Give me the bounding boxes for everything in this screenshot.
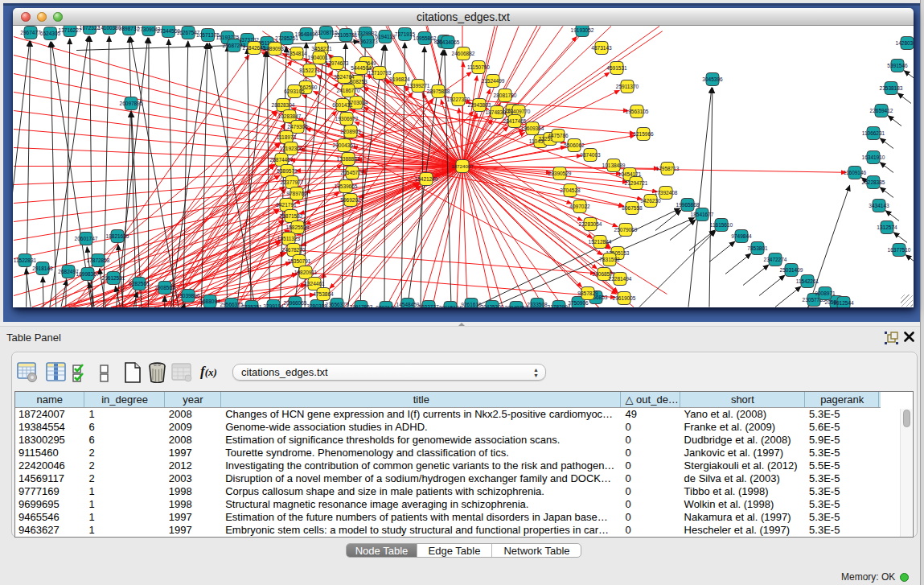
svg-text:12192300: 12192300: [280, 145, 303, 150]
svg-text:9196824: 9196824: [389, 76, 410, 81]
svg-text:6293105: 6293105: [284, 88, 305, 93]
svg-text:9874003: 9874003: [580, 151, 601, 157]
svg-text:20966065: 20966065: [284, 299, 307, 305]
svg-text:19609364: 19609364: [521, 125, 544, 130]
svg-text:23656373: 23656373: [326, 301, 349, 307]
svg-text:13716227: 13716227: [59, 27, 82, 32]
svg-text:29004361: 29004361: [333, 142, 356, 147]
svg-text:5506062: 5506062: [564, 142, 585, 147]
svg-text:3524764: 3524764: [334, 73, 355, 79]
svg-text:4873143: 4873143: [591, 44, 612, 50]
svg-text:3299194: 3299194: [263, 303, 284, 307]
svg-text:9749844: 9749844: [731, 233, 752, 238]
svg-text:5022727: 5022727: [418, 303, 439, 307]
svg-text:4097022: 4097022: [569, 203, 590, 208]
svg-text:4475786: 4475786: [548, 132, 569, 138]
svg-text:3750906: 3750906: [568, 299, 589, 305]
svg-text:5391546: 5391546: [887, 62, 908, 68]
svg-text:3434143: 3434143: [869, 202, 889, 208]
svg-text:14548459: 14548459: [396, 301, 420, 307]
svg-text:19965868: 19965868: [676, 201, 700, 207]
svg-text:17392408: 17392408: [655, 189, 678, 195]
svg-text:29566315: 29566315: [220, 301, 244, 307]
svg-text:5969202: 5969202: [340, 196, 361, 202]
svg-text:4591531: 4591531: [606, 64, 627, 70]
svg-text:12710793: 12710793: [368, 69, 392, 75]
svg-text:16377510: 16377510: [888, 246, 911, 252]
svg-text:20948752: 20948752: [505, 304, 528, 307]
svg-text:20425300: 20425300: [481, 303, 504, 307]
svg-text:9261616: 9261616: [461, 301, 482, 307]
svg-text:3280388: 3280388: [306, 303, 327, 307]
svg-text:15421249: 15421249: [415, 175, 438, 181]
svg-text:15212844: 15212844: [589, 238, 612, 244]
svg-text:24678270: 24678270: [282, 246, 306, 252]
svg-text:13388832: 13388832: [337, 155, 360, 161]
svg-text:19306972: 19306972: [335, 115, 359, 121]
svg-text:11542261: 11542261: [796, 278, 819, 283]
svg-text:9912544: 9912544: [833, 299, 854, 305]
svg-text:2908561: 2908561: [154, 284, 175, 290]
svg-text:15825539: 15825539: [286, 224, 310, 229]
svg-text:19193052: 19193052: [571, 27, 594, 32]
svg-text:21294721: 21294721: [625, 179, 648, 185]
svg-text:14280369: 14280369: [896, 39, 914, 45]
svg-text:15350791: 15350791: [288, 257, 311, 263]
svg-text:25031409: 25031409: [780, 266, 803, 272]
svg-text:8152271: 8152271: [299, 67, 320, 72]
svg-text:20434065: 20434065: [437, 39, 460, 44]
svg-text:7853801: 7853801: [747, 245, 768, 250]
svg-text:18724007: 18724007: [451, 163, 474, 168]
svg-text:18541677: 18541677: [691, 211, 714, 216]
svg-text:1118973: 1118973: [277, 134, 297, 139]
svg-text:24606882: 24606882: [452, 50, 475, 56]
svg-text:11609146: 11609146: [844, 169, 867, 175]
svg-text:22283054: 22283054: [579, 220, 602, 226]
svg-text:22943803: 22943803: [468, 101, 491, 107]
svg-text:20545777: 20545777: [341, 169, 364, 175]
svg-text:19890931: 19890931: [264, 45, 287, 51]
svg-text:4354814: 4354814: [286, 50, 307, 56]
svg-text:17958713: 17958713: [656, 165, 680, 171]
svg-text:25079069: 25079069: [614, 226, 638, 232]
svg-text:28417465: 28417465: [503, 117, 527, 123]
svg-text:1324461: 1324461: [304, 280, 325, 286]
svg-text:3458221: 3458221: [311, 45, 332, 51]
svg-text:26228385: 26228385: [862, 179, 885, 184]
svg-text:25871582: 25871582: [280, 212, 303, 218]
svg-text:23409770: 23409770: [507, 108, 531, 113]
svg-text:23472274: 23472274: [764, 256, 787, 262]
svg-text:1312574: 1312574: [877, 224, 897, 229]
svg-text:23538183: 23538183: [880, 84, 903, 90]
svg-text:22659412: 22659412: [870, 107, 893, 113]
svg-text:11522831: 11522831: [14, 257, 37, 262]
svg-text:10138489: 10138489: [602, 162, 626, 167]
svg-text:9426230: 9426230: [640, 197, 661, 203]
svg-text:10955862: 10955862: [413, 35, 437, 40]
svg-text:2962373: 2962373: [357, 38, 378, 43]
svg-text:16341910: 16341910: [862, 154, 885, 159]
svg-text:2918148: 2918148: [32, 265, 53, 270]
svg-text:2208903: 2208903: [340, 128, 361, 134]
svg-text:11615610: 11615610: [710, 221, 733, 227]
svg-text:9857829: 9857829: [577, 290, 598, 295]
svg-text:11066231: 11066231: [862, 130, 885, 135]
svg-text:6194119: 6194119: [376, 33, 396, 39]
svg-text:19563105: 19563105: [626, 108, 649, 113]
svg-text:18039896: 18039896: [177, 292, 200, 298]
svg-text:24186770: 24186770: [337, 87, 360, 93]
svg-text:20601747: 20601747: [75, 235, 98, 241]
svg-text:18821635: 18821635: [106, 233, 129, 238]
svg-text:17974673: 17974673: [326, 60, 349, 65]
svg-text:9789760: 9789760: [286, 190, 307, 196]
svg-text:6282565: 6282565: [129, 280, 150, 286]
svg-text:28081780: 28081780: [494, 92, 517, 97]
svg-text:16998367: 16998367: [76, 270, 100, 276]
svg-text:3045396: 3045396: [702, 76, 723, 81]
svg-text:2704528: 2704528: [560, 187, 581, 192]
svg-text:2333508: 2333508: [527, 301, 548, 307]
svg-text:11150790: 11150790: [467, 64, 490, 69]
svg-text:4753864: 4753864: [313, 290, 334, 296]
svg-text:14100380: 14100380: [98, 26, 121, 31]
svg-text:13399271: 13399271: [407, 82, 430, 88]
